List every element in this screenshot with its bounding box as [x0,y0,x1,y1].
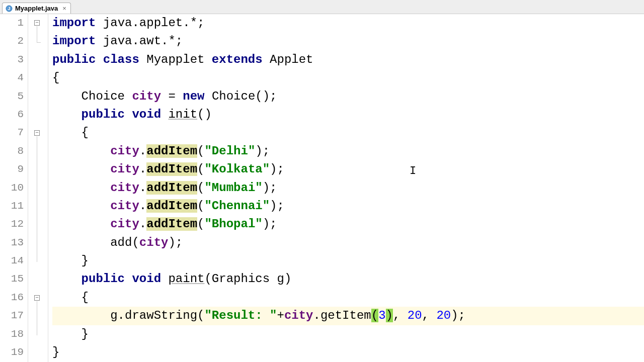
code-line: { [52,69,644,87]
code-line: { [52,289,644,307]
text-cursor-icon: I [410,162,416,180]
svg-text:J: J [8,6,10,11]
line-number: 13 [0,234,24,252]
fold-guide [37,301,37,335]
fold-toggle[interactable]: − [34,295,40,301]
line-number-gutter: 1 2 3 4 5 6 7 8 9 10 11 12 13 14 15 16 1… [0,14,28,362]
line-number: 6 [0,106,24,124]
close-icon[interactable]: × [62,5,66,12]
code-line: } [52,325,644,343]
line-number: 7 [0,124,24,142]
code-line-current: g.drawString("Result: "+city.getItem(3),… [52,307,644,325]
fold-guide [37,136,37,262]
fold-guide [37,42,41,43]
code-line: city.addItem("Mumbai"); [52,179,644,197]
editor-tab[interactable]: J Myapplet.java × [2,3,71,14]
fold-toggle[interactable]: − [34,130,40,136]
line-number: 15 [0,270,24,288]
line-number: 5 [0,87,24,106]
code-line: { [52,124,644,142]
line-number: 10 [0,179,24,197]
line-number: 8 [0,142,24,160]
line-number: 9 [0,160,24,178]
fold-toggle[interactable]: − [34,20,40,26]
line-number: 4 [0,69,24,87]
code-line: import java.awt.*; [52,32,644,50]
code-line: city.addItem("Bhopal"); [52,215,644,233]
code-line: public void paint(Graphics g) [52,270,644,288]
code-line: city.addItem("Kolkata");I [52,160,644,178]
tab-filename: Myapplet.java [15,5,58,12]
code-line: import java.applet.*; [52,14,644,32]
code-line: } [52,343,644,361]
tab-bar: J Myapplet.java × [0,0,644,14]
line-number: 16 [0,289,24,307]
java-class-icon: J [6,5,13,12]
code-line: public void init() [52,106,644,124]
line-number: 18 [0,325,24,343]
editor-area: 1 2 3 4 5 6 7 8 9 10 11 12 13 14 15 16 1… [0,14,644,362]
line-number: 14 [0,252,24,270]
code-line: Choice city = new Choice(); [52,87,644,106]
line-number: 2 [0,32,24,50]
code-area[interactable]: import java.applet.*; import java.awt.*;… [48,14,644,362]
code-line: city.addItem("Delhi"); [52,142,644,160]
code-line: } [52,252,644,270]
code-line: add(city); [52,234,644,252]
line-number: 1 [0,14,24,32]
line-number: 12 [0,215,24,233]
line-number: 17 [0,307,24,325]
fold-guide [37,26,37,42]
code-line: city.addItem("Chennai"); [52,197,644,215]
line-number: 19 [0,343,24,361]
line-number: 3 [0,51,24,69]
code-line: public class Myapplet extends Applet [52,51,644,69]
fold-column: − − − [28,14,48,362]
line-number: 11 [0,197,24,215]
